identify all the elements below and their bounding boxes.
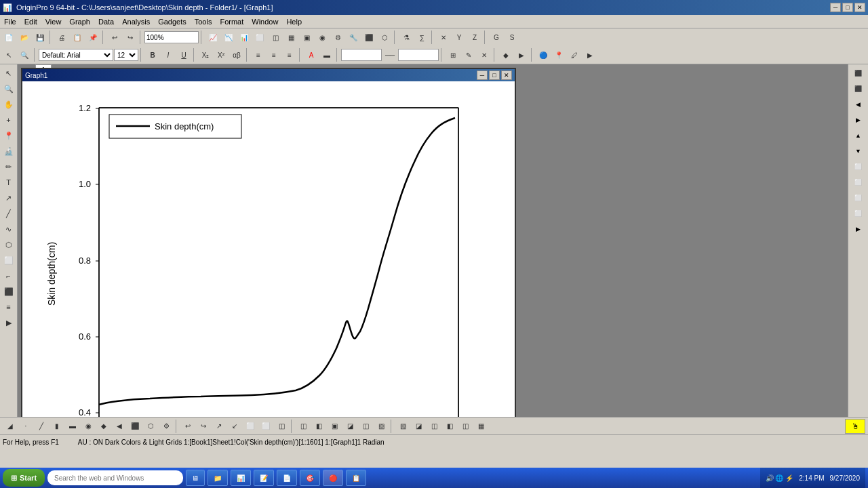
open-button[interactable]: 📂 — [17, 30, 32, 45]
region-tool[interactable]: ⬛ — [1, 284, 16, 299]
delete-btn[interactable]: ✕ — [477, 47, 492, 62]
menu-graph[interactable]: Graph — [65, 16, 94, 27]
edit-btn[interactable]: ✎ — [461, 47, 476, 62]
graph-btn6[interactable]: ▦ — [283, 30, 298, 45]
bt26[interactable]: ◪ — [411, 419, 426, 434]
menu-analysis[interactable]: Analysis — [118, 16, 154, 27]
font-size-select[interactable]: 12 — [114, 49, 138, 61]
paste-button[interactable]: 📌 — [85, 30, 100, 45]
bt24[interactable]: ▨ — [374, 419, 389, 434]
minimize-button[interactable]: ─ — [830, 3, 841, 12]
rp-btn2[interactable]: ⬛ — [851, 81, 866, 96]
font-name-select[interactable]: Default: Arial — [39, 49, 113, 61]
bt6[interactable]: ◉ — [81, 419, 96, 434]
bt3[interactable]: ╱ — [34, 419, 49, 434]
rp-btn4[interactable]: ▶ — [851, 113, 866, 127]
misc2-btn3[interactable]: 🖊 — [567, 47, 582, 62]
greek-btn[interactable]: αβ — [229, 47, 244, 62]
subscript-btn[interactable]: X₂ — [198, 47, 213, 62]
underline-btn[interactable]: U — [176, 47, 191, 62]
rp-btn11[interactable]: ▶ — [851, 222, 866, 237]
taskbar-explorer[interactable]: 📁 — [208, 470, 228, 486]
bg-color-btn[interactable]: ▬ — [319, 47, 334, 62]
bt23[interactable]: ◫ — [358, 419, 373, 434]
rp-btn6[interactable]: ▼ — [851, 144, 866, 159]
bt15[interactable]: ↙ — [227, 419, 242, 434]
taskbar-word[interactable]: 📝 — [254, 470, 274, 486]
bt18[interactable]: ◫ — [274, 419, 289, 434]
bt8[interactable]: ◀ — [112, 419, 127, 434]
z-btn[interactable]: Z — [467, 30, 482, 45]
bt11[interactable]: ⚙ — [159, 419, 174, 434]
menu-format[interactable]: Format — [216, 16, 248, 27]
bt5[interactable]: ▬ — [65, 419, 80, 434]
arrow-btn[interactable]: ↖ — [1, 47, 16, 62]
pointer-tool[interactable]: ↖ — [1, 66, 16, 81]
data-reader[interactable]: 📍 — [1, 128, 16, 143]
navigate-btn[interactable]: ▶ — [514, 47, 529, 62]
rp-btn8[interactable]: ⬜ — [851, 175, 866, 190]
rect-tool[interactable]: ⬜ — [1, 253, 16, 268]
rp-btn9[interactable]: ⬜ — [851, 190, 866, 205]
rp-btn7[interactable]: ⬜ — [851, 159, 866, 174]
misc2-btn1[interactable]: 🔵 — [536, 47, 551, 62]
graph-minimize[interactable]: ─ — [477, 70, 488, 80]
line-tool[interactable]: ╱ — [1, 206, 16, 221]
superscript-btn[interactable]: X² — [214, 47, 229, 62]
bt21[interactable]: ▣ — [327, 419, 342, 434]
menu-window[interactable]: Window — [248, 16, 282, 27]
bt4[interactable]: ▮ — [50, 419, 64, 434]
bt25[interactable]: ▧ — [395, 419, 410, 434]
misc-btn2[interactable]: S — [505, 30, 519, 45]
misc2-btn4[interactable]: ▶ — [583, 47, 597, 62]
taskbar-desktop[interactable]: 🖥 — [186, 470, 205, 486]
redo-button[interactable]: ↪ — [123, 30, 138, 45]
rp-btn5[interactable]: ▲ — [851, 128, 866, 143]
bracket-tool[interactable]: ⌐ — [1, 268, 16, 283]
menu-help[interactable]: Help — [282, 16, 306, 27]
graph-btn3[interactable]: 📊 — [237, 30, 252, 45]
graph-close[interactable]: ✕ — [501, 70, 512, 80]
zoom-input[interactable] — [144, 31, 199, 43]
bt19[interactable]: ◫ — [296, 419, 311, 434]
menu-gadgets[interactable]: Gadgets — [154, 16, 191, 27]
bt27[interactable]: ◫ — [427, 419, 441, 434]
bt16[interactable]: ⬜ — [243, 419, 258, 434]
bt30[interactable]: ▦ — [473, 419, 488, 434]
add-tool[interactable]: + — [1, 113, 16, 127]
align-left-btn[interactable]: ≡ — [251, 47, 266, 62]
misc2-btn2[interactable]: 📍 — [551, 47, 566, 62]
zoom-tool[interactable]: 🔍 — [1, 81, 16, 96]
menu-file[interactable]: File — [0, 16, 20, 27]
rp-btn1[interactable]: ⬛ — [851, 66, 866, 81]
bt9[interactable]: ⬛ — [127, 419, 142, 434]
pan-tool[interactable]: ✋ — [1, 97, 16, 112]
rp-btn3[interactable]: ◀ — [851, 97, 866, 112]
snap-btn[interactable]: ⊞ — [446, 47, 460, 62]
new-button[interactable]: 📄 — [1, 30, 16, 45]
bt20[interactable]: ◧ — [311, 419, 326, 434]
graph-btn9[interactable]: ⚙ — [330, 30, 345, 45]
y-btn[interactable]: Y — [452, 30, 467, 45]
menu-data[interactable]: Data — [94, 16, 118, 27]
bt12[interactable]: ↩ — [180, 419, 195, 434]
align-right-btn[interactable]: ≡ — [282, 47, 297, 62]
font-color-btn[interactable]: A — [304, 47, 319, 62]
bold-btn[interactable]: B — [145, 47, 160, 62]
zoom-in-btn[interactable]: 🔍 — [17, 47, 32, 62]
line-width-input[interactable] — [341, 49, 382, 61]
bt29[interactable]: ◫ — [458, 419, 473, 434]
close-button[interactable]: ✕ — [854, 3, 865, 12]
taskbar-excel[interactable]: 📊 — [231, 470, 251, 486]
draw-tool[interactable]: ✏ — [1, 159, 16, 174]
graph-btn4[interactable]: ⬜ — [252, 30, 267, 45]
print-button[interactable]: 🖨 — [54, 30, 69, 45]
bt17[interactable]: ⬜ — [258, 419, 273, 434]
curve-tool[interactable]: ∿ — [1, 222, 16, 237]
graph-btn11[interactable]: ⬛ — [361, 30, 376, 45]
bt13[interactable]: ↪ — [196, 419, 211, 434]
italic-btn[interactable]: I — [161, 47, 176, 62]
menu-tools[interactable]: Tools — [191, 16, 216, 27]
fill-input[interactable] — [398, 49, 439, 61]
shape-tool[interactable]: ⬡ — [1, 237, 16, 252]
